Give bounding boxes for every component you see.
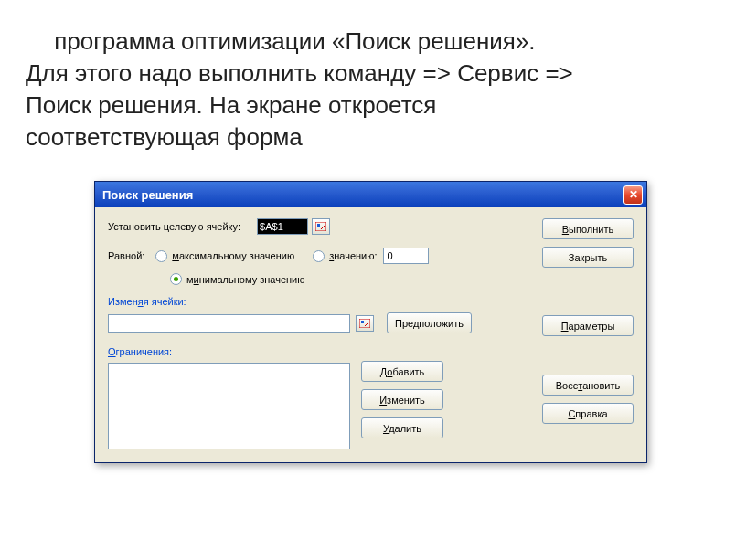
refedit-icon: [315, 222, 326, 231]
radio-value[interactable]: [313, 250, 325, 262]
equal-label: Равной:: [108, 250, 144, 261]
radio-value-group[interactable]: значению:: [313, 248, 428, 264]
refedit-icon: [359, 319, 370, 328]
radio-max[interactable]: [155, 250, 167, 262]
constraints-listbox[interactable]: [108, 363, 350, 449]
titlebar[interactable]: Поиск решения ✕: [95, 182, 646, 207]
value-input[interactable]: [383, 248, 429, 264]
target-cell-input[interactable]: [257, 218, 308, 235]
slide-paragraph: программа оптимизации «Поиск решения». Д…: [26, 26, 574, 153]
svg-rect-3: [361, 321, 364, 323]
radio-min-label: минимальному значению: [186, 274, 305, 285]
changing-cells-input[interactable]: [108, 314, 350, 333]
dialog-title: Поиск решения: [102, 188, 623, 202]
radio-value-label: значению:: [329, 250, 377, 261]
constraint-buttons: Добавить Изменить Удалить: [361, 361, 443, 449]
refedit-button[interactable]: [312, 218, 330, 235]
change-button[interactable]: Изменить: [361, 389, 443, 410]
assume-button[interactable]: Предположить: [387, 312, 472, 333]
radio-max-group[interactable]: максимальному значению: [155, 250, 294, 262]
execute-button[interactable]: Выполнить: [542, 218, 634, 239]
dialog-body: Установить целевую ячейку: Равной: макси…: [95, 207, 646, 462]
restore-button[interactable]: Восстановить: [542, 375, 634, 396]
close-icon: ✕: [629, 188, 638, 201]
spacer: [542, 343, 634, 367]
close-button[interactable]: ✕: [623, 185, 643, 205]
svg-rect-2: [359, 319, 370, 328]
help-button[interactable]: Справка: [542, 403, 634, 424]
radio-min[interactable]: [170, 273, 182, 285]
right-button-column: Выполнить Закрыть Параметры Восстановить…: [542, 218, 634, 424]
params-button[interactable]: Параметры: [542, 315, 634, 336]
target-cell-label: Установить целевую ячейку:: [108, 221, 240, 232]
slide-paragraph-text: программа оптимизации «Поиск решения». Д…: [26, 27, 573, 151]
svg-rect-0: [315, 222, 326, 231]
add-button[interactable]: Добавить: [361, 361, 443, 382]
delete-button[interactable]: Удалить: [361, 417, 443, 438]
svg-rect-1: [317, 224, 320, 227]
refedit-button-2[interactable]: [356, 315, 374, 332]
spacer: [542, 275, 634, 308]
close-dialog-button[interactable]: Закрыть: [542, 247, 634, 268]
radio-max-label: максимальному значению: [172, 250, 294, 261]
solver-dialog: Поиск решения ✕ Установить целевую ячейк…: [94, 181, 647, 463]
